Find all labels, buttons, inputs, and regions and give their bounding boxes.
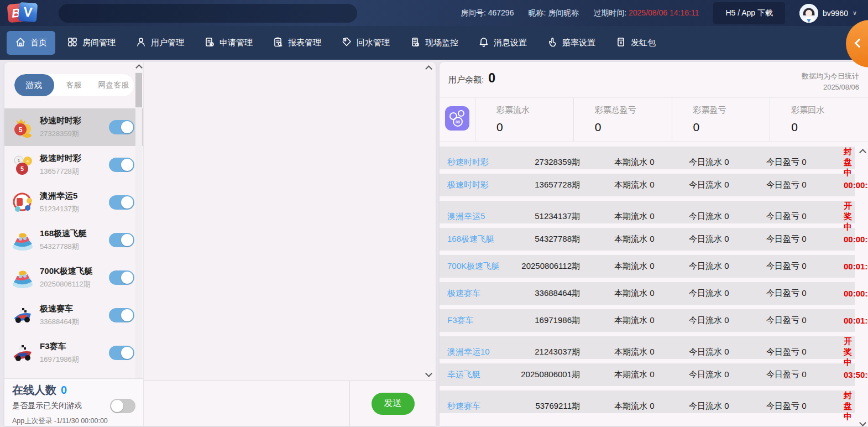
lucky-badge-icon [11,191,34,214]
game-info: F3赛车16971986期 [40,341,109,364]
status-cell: 开奖中 [844,336,852,368]
game-toggle[interactable] [109,270,134,285]
game-list-scrollbar[interactable] [135,63,143,425]
game-item-700K极速飞艇[interactable]: 700K极速飞艇20250806112期 [4,259,143,296]
nav-item-label: 消息设置 [494,38,527,48]
sidebar-tabs: 游戏客服网盘客服 [14,74,134,96]
tab-游戏[interactable]: 游戏 [14,74,54,96]
home-icon [15,37,26,49]
user-menu[interactable]: bv9960 ∨ [799,4,860,23]
game-link[interactable]: 澳洲幸运10 [447,347,515,357]
scroll-up-icon[interactable] [135,64,143,71]
toggle-knob [121,272,133,284]
game-link[interactable]: 极速时时彩 [447,180,515,190]
tab-客服[interactable]: 客服 [54,74,94,96]
nav-item-用户管理[interactable]: 用户管理 [127,31,192,55]
table-row: 168极速飞艇54327788期本期流水 0今日流水 0今日盈亏 000:00:… [440,228,855,251]
today-flow-cell: 今日流水 0 [682,369,761,380]
nav-item-房间管理[interactable]: 房间管理 [59,31,124,55]
game-info: 700K极速飞艇20250806112期 [40,266,109,289]
game-name: 秒速时时彩 [40,116,109,126]
game-toggle[interactable] [109,158,134,172]
game-toggle[interactable] [109,308,134,322]
today-flow-cell: 今日流水 0 [682,288,761,299]
nav-item-报表管理[interactable]: 报表管理 [264,31,330,55]
stat-label: 彩票回水 [791,105,868,116]
game-toggle[interactable] [109,195,134,210]
h5-app-download-button[interactable]: H5 / App 下载 [713,2,785,24]
today-pnl-cell: 今日盈亏 0 [761,211,844,222]
table-scroll-up-icon[interactable] [859,149,866,156]
table-scrollbar[interactable] [857,147,867,427]
stat-value: 0 [595,121,672,134]
chat-message-input[interactable] [144,381,349,426]
speedboat-icon [11,228,34,252]
game-link[interactable]: 极速赛车 [447,288,515,299]
game-info: 澳洲幸运551234137期 [40,191,109,214]
scrollbar-track [135,72,142,416]
game-link[interactable]: 秒速赛车 [447,401,515,412]
game-item-F3赛车[interactable]: F3赛车16971986期 [4,334,143,372]
room-nickname: 昵称: 房间昵称 [528,8,579,18]
apply-icon [204,37,215,49]
tab-网盘客服[interactable]: 网盘客服 [94,74,134,96]
scrollbar-thumb[interactable] [135,73,142,107]
game-item-澳洲幸运5[interactable]: 澳洲幸运551234137期 [4,184,143,221]
lottery-stats-row: 88 彩票流水0彩票总盈亏0彩票盈亏0彩票回水0 [440,97,868,142]
expire-time: 过期时间: 2025/08/06 14:16:11 [593,8,699,18]
game-toggle[interactable] [109,120,134,134]
nav-item-赔率设置[interactable]: 赔率设置 [538,31,604,55]
game-info: 168极速飞艇54327788期 [40,228,109,252]
nav-item-回水管理[interactable]: 回水管理 [333,31,398,55]
show-closed-toggle[interactable] [110,399,135,413]
game-name: F3赛车 [40,341,109,352]
game-link[interactable]: 700K极速飞艇 [447,261,515,272]
chat-scroll-down-icon[interactable] [425,370,432,377]
game-link[interactable]: F3赛车 [447,315,515,326]
table-row: 极速时时彩13657728期本期流水 0今日流水 0今日盈亏 000:00:21 [440,174,855,196]
game-list: 5秒速时时彩27328359期145极速时时彩13657728期澳洲幸运5512… [4,108,143,378]
stat-value: 0 [791,121,868,134]
status-cell: 开奖中 [844,201,852,232]
toggle-knob [121,347,133,359]
nav-item-申请管理[interactable]: 申请管理 [196,31,261,55]
expire-value: 2025/08/06 14:16:11 [629,8,699,17]
game-item-极速赛车[interactable]: 极速赛车33688464期 [4,296,143,334]
game-period: 54327788期 [40,242,109,252]
game-toggle[interactable] [109,346,134,360]
game-item-秒速时时彩[interactable]: 5秒速时时彩27328359期 [4,108,143,146]
game-link[interactable]: 澳洲幸运5 [447,211,515,222]
game-item-澳洲幸运10[interactable]: 澳洲幸运10 [4,372,143,378]
game-link[interactable]: 168极速飞艇 [447,234,515,244]
stat-彩票流水: 彩票流水0 [475,98,573,141]
chat-scroll-up-icon[interactable] [425,65,432,72]
game-link[interactable]: 秒速时时彩 [447,157,515,168]
nav-item-label: 赔率设置 [562,38,595,48]
nav-item-发红包[interactable]: ¥发红包 [607,31,664,55]
game-item-168极速飞艇[interactable]: 168极速飞艇54327788期 [4,221,143,259]
chat-messages[interactable] [144,62,436,381]
nav-item-现场监控[interactable]: 现场监控 [401,31,467,55]
game-item-极速时时彩[interactable]: 145极速时时彩13657728期 [4,146,143,184]
game-name: 极速赛车 [40,304,109,314]
toggle-knob [121,159,133,171]
svg-text:4: 4 [27,159,29,164]
nav-item-首页[interactable]: 首页 [7,31,55,55]
nav-item-label: 房间管理 [82,38,116,48]
period-cell: 53769211期 [515,401,580,412]
send-button[interactable]: 发送 [372,393,415,415]
today-flow-cell: 今日流水 0 [682,401,761,412]
today-flow-cell: 今日流水 0 [682,315,761,326]
stat-value: 0 [693,121,770,134]
table-scroll-down-icon[interactable] [859,419,866,426]
svg-text:1: 1 [18,158,20,163]
stat-label: 彩票流水 [496,105,573,116]
game-toggle[interactable] [109,233,134,247]
today-pnl-cell: 今日盈亏 0 [761,369,844,380]
nav-item-消息设置[interactable]: 消息设置 [470,31,535,55]
game-link[interactable]: 幸运飞艇 [447,369,515,380]
current-flow-cell: 本期流水 0 [580,157,682,168]
current-flow-cell: 本期流水 0 [580,234,682,244]
monitor-icon [410,37,421,49]
stats-note: 数据均为今日统计 2025/08/06 [802,71,859,93]
